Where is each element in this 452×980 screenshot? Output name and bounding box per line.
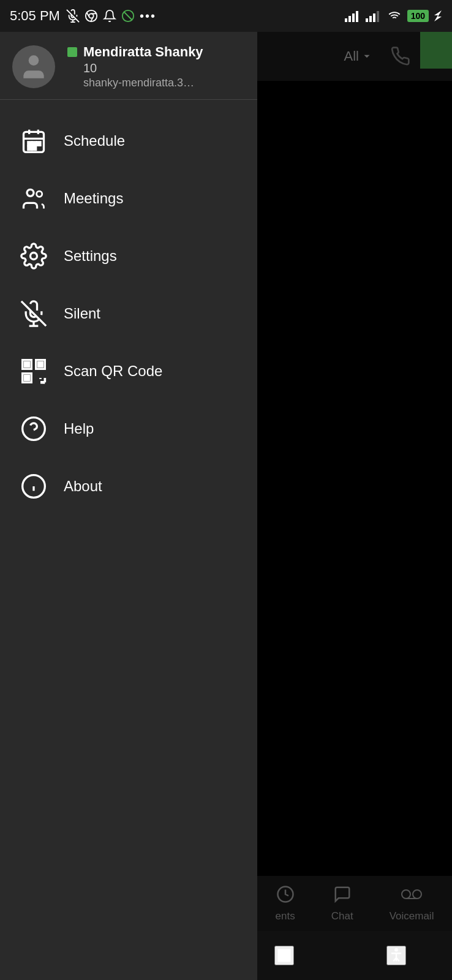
mute-icon xyxy=(66,9,80,23)
sidebar-item-settings[interactable]: Settings xyxy=(0,227,257,285)
svg-line-9 xyxy=(124,12,132,20)
battery-indicator: 100 xyxy=(407,10,429,22)
svg-rect-32 xyxy=(32,146,36,150)
silent-icon xyxy=(18,298,49,329)
sidebar-item-about[interactable]: About xyxy=(0,458,257,515)
charging-icon xyxy=(434,9,442,23)
svg-rect-12 xyxy=(352,13,355,22)
svg-rect-40 xyxy=(24,362,29,366)
help-label: Help xyxy=(64,420,94,437)
navigation-drawer: Mendiratta Shanky 10 shanky-mendiratta.3… xyxy=(0,32,257,980)
signal-icon-1 xyxy=(345,10,361,22)
svg-rect-44 xyxy=(24,375,29,380)
user-display-name: Mendiratta Shanky xyxy=(83,44,203,60)
svg-rect-65 xyxy=(277,949,290,962)
svg-rect-11 xyxy=(348,16,351,22)
help-icon xyxy=(18,413,49,444)
about-label: About xyxy=(64,478,102,495)
recents-button[interactable] xyxy=(274,946,294,965)
svg-rect-16 xyxy=(373,13,375,22)
settings-label: Settings xyxy=(64,247,117,265)
drawer-menu: Schedule Meetings xyxy=(0,100,257,980)
svg-rect-28 xyxy=(28,142,32,146)
user-id: shanky-mendiratta.3… xyxy=(83,77,203,89)
svg-rect-29 xyxy=(32,142,36,146)
user-extension: 10 xyxy=(83,61,203,75)
more-dots: ••• xyxy=(140,9,156,23)
svg-point-33 xyxy=(27,189,34,196)
recents-nav-icon xyxy=(276,947,293,964)
sidebar-item-scan-qr[interactable]: Scan QR Code xyxy=(0,342,257,400)
about-icon xyxy=(18,471,49,502)
chrome-icon xyxy=(85,9,98,23)
svg-rect-30 xyxy=(37,142,41,146)
svg-rect-14 xyxy=(366,18,368,22)
notification-icon xyxy=(103,9,116,23)
online-status-dot xyxy=(67,47,77,57)
svg-point-66 xyxy=(395,949,397,951)
accessibility-button[interactable] xyxy=(386,946,406,965)
schedule-icon xyxy=(18,126,49,156)
qr-code-icon xyxy=(18,356,49,386)
svg-point-35 xyxy=(31,253,37,260)
accessibility-icon xyxy=(388,947,405,964)
sidebar-item-meetings[interactable]: Meetings xyxy=(0,170,257,227)
signal-icon-2 xyxy=(366,10,382,22)
svg-point-53 xyxy=(23,418,45,440)
svg-point-23 xyxy=(29,55,39,66)
avatar xyxy=(12,45,55,88)
user-info: Mendiratta Shanky 10 shanky-mendiratta.3… xyxy=(67,44,203,89)
svg-rect-15 xyxy=(369,16,372,22)
silent-label: Silent xyxy=(64,305,100,322)
user-avatar-icon xyxy=(18,51,49,82)
settings-icon xyxy=(18,241,49,271)
sidebar-item-schedule[interactable]: Schedule xyxy=(0,112,257,170)
meetings-icon xyxy=(18,183,49,214)
svg-rect-13 xyxy=(356,11,358,22)
status-notification-icons: ••• xyxy=(66,9,156,23)
scan-qr-label: Scan QR Code xyxy=(64,363,162,380)
dnd-icon xyxy=(121,9,135,23)
meetings-label: Meetings xyxy=(64,190,123,207)
time-display: 5:05 PM xyxy=(10,8,60,24)
wifi-icon xyxy=(386,10,402,22)
status-right-icons: 100 xyxy=(345,9,442,23)
svg-marker-19 xyxy=(434,10,442,21)
svg-rect-31 xyxy=(28,146,32,150)
svg-point-34 xyxy=(37,191,42,197)
user-name-row: Mendiratta Shanky xyxy=(67,44,203,60)
sidebar-item-help[interactable]: Help xyxy=(0,400,257,458)
status-time: 5:05 PM xyxy=(10,8,156,24)
schedule-label: Schedule xyxy=(64,132,125,149)
sidebar-item-silent[interactable]: Silent xyxy=(0,285,257,342)
drawer-header: Mendiratta Shanky 10 shanky-mendiratta.3… xyxy=(0,32,257,100)
status-bar: 5:05 PM xyxy=(0,0,452,32)
svg-rect-42 xyxy=(38,362,42,366)
svg-rect-17 xyxy=(377,11,379,22)
svg-rect-10 xyxy=(345,18,347,22)
battery-level: 100 xyxy=(411,11,425,21)
